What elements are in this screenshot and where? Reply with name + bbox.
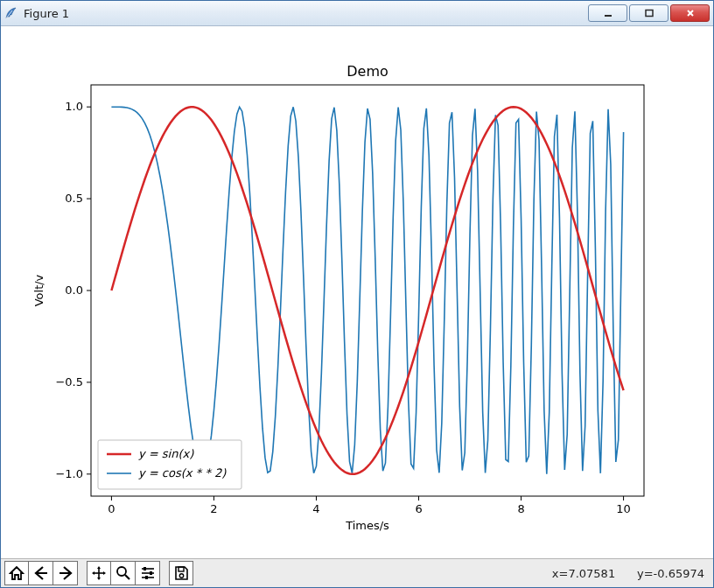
svg-line-23 — [125, 575, 130, 579]
arrow-left-icon — [32, 564, 50, 582]
legend-entry: y = sin(x) — [138, 447, 194, 460]
x-tick-label: 0 — [108, 502, 115, 515]
x-tick-label: 4 — [312, 502, 319, 515]
coord-readout: x=7.07581 y=-0.65974 — [552, 567, 710, 580]
zoom-button[interactable] — [111, 561, 136, 585]
window-buttons — [586, 4, 710, 22]
x-axis-label: Times/s — [345, 519, 389, 532]
app-window: Figure 1 0246810 −1.0−0.50.00.51.0 — [0, 0, 714, 588]
svg-rect-27 — [144, 567, 146, 570]
chart-title: Demo — [346, 63, 388, 80]
svg-rect-29 — [145, 576, 148, 579]
svg-rect-28 — [150, 571, 152, 575]
nav-toolbar: x=7.07581 y=-0.65974 — [1, 558, 713, 587]
legend[interactable]: y = sin(x)y = cos(x * * 2) — [98, 440, 242, 489]
svg-point-22 — [117, 567, 126, 576]
svg-rect-1 — [646, 10, 653, 17]
maximize-button[interactable] — [629, 4, 668, 22]
window-title: Figure 1 — [24, 7, 69, 20]
y-tick-label: 0.5 — [65, 192, 83, 205]
x-tick-label: 6 — [415, 502, 422, 515]
y-tick-label: 0.0 — [65, 284, 83, 297]
x-tick-label: 8 — [517, 502, 524, 515]
sliders-icon — [139, 564, 157, 582]
minimize-button[interactable] — [588, 4, 627, 22]
series-sin-x — [111, 107, 623, 474]
x-tick-label: 2 — [210, 502, 217, 515]
close-button[interactable] — [670, 4, 710, 22]
home-button[interactable] — [4, 561, 29, 585]
titlebar[interactable]: Figure 1 — [1, 1, 713, 26]
back-button[interactable] — [29, 561, 53, 585]
svg-point-31 — [179, 574, 183, 578]
app-feather-icon — [4, 6, 18, 20]
y-tick-label: −0.5 — [55, 375, 83, 388]
y-tick-label: −1.0 — [55, 467, 83, 480]
plot-canvas[interactable]: 0246810 −1.0−0.50.00.51.0 Demo Times/s V… — [1, 26, 713, 558]
y-axis-label: Volt/v — [32, 274, 46, 306]
home-icon — [8, 564, 25, 582]
zoom-icon — [115, 564, 132, 582]
forward-button[interactable] — [53, 561, 78, 585]
legend-entry: y = cos(x * * 2) — [138, 466, 227, 480]
move-icon — [90, 564, 108, 582]
pan-button[interactable] — [87, 561, 111, 585]
configure-subplots-button[interactable] — [136, 561, 160, 585]
series-cos-x2 — [111, 107, 623, 474]
x-tick-label: 10 — [616, 502, 631, 515]
save-icon — [172, 564, 190, 582]
arrow-right-icon — [57, 564, 74, 582]
y-tick-label: 1.0 — [65, 100, 83, 113]
save-button[interactable] — [169, 561, 193, 585]
